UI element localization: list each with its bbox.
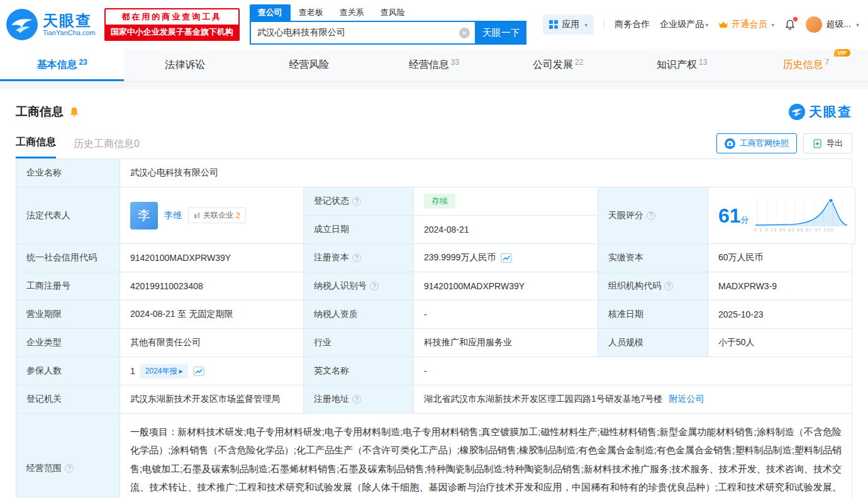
- table-row: 营业期限 2024-08-21 至 无固定期限 纳税人资质 - 核准日期 202…: [16, 301, 852, 329]
- industry-label: 行业: [304, 329, 414, 357]
- chevron-down-icon: ▾: [856, 21, 859, 28]
- sub-tabs-bar: 工商信息 历史工商信息0 工商官网快照 导出: [16, 133, 852, 158]
- subscribe-bell-icon[interactable]: [69, 106, 80, 118]
- org-code-label: 组织机构代码 ?: [598, 272, 708, 301]
- org-code-label-text: 组织机构代码: [608, 280, 661, 292]
- legal-rep-label: 法定代表人: [16, 187, 120, 244]
- tab-legal-lawsuits[interactable]: 法律诉讼: [124, 49, 248, 81]
- help-icon[interactable]: ?: [647, 211, 655, 220]
- paid-capital-label: 实缴资本: [598, 244, 708, 272]
- search-tab-relation[interactable]: 查关系: [331, 4, 372, 21]
- tab-operating-risk[interactable]: 经营风险: [248, 49, 372, 81]
- tab-count: 33: [451, 58, 459, 67]
- paid-capital-value: 60万人民币: [708, 244, 852, 272]
- company-name-value: 武汉心电科技有限公司: [120, 159, 852, 187]
- export-button[interactable]: 导出: [803, 133, 852, 153]
- business-term-label: 营业期限: [16, 301, 120, 329]
- nav-open-vip-label: 开通会员: [732, 19, 767, 30]
- help-icon[interactable]: ?: [370, 282, 379, 290]
- legal-rep-avatar[interactable]: 李: [130, 202, 158, 230]
- taxpayer-id-value: 91420100MADXPRW39Y: [414, 272, 598, 301]
- table-row: 企业名称 武汉心电科技有限公司: [16, 159, 852, 187]
- approval-date-value: 2025-10-23: [708, 301, 852, 329]
- table-row: 企业类型 其他有限责任公司 行业 科技推广和应用服务业 人员规模 小于50人: [16, 329, 852, 357]
- search-input[interactable]: [251, 22, 475, 43]
- nav-enterprise-products[interactable]: 企业级产品 ▾: [660, 19, 708, 30]
- vip-badge: VIP: [834, 49, 851, 57]
- tab-company-development[interactable]: 公司发展 22: [496, 49, 620, 81]
- annual-report-chip[interactable]: 2024年报 ▸: [140, 364, 188, 379]
- tab-label: 知识产权: [657, 58, 697, 72]
- business-info-section: 工商信息 天眼查 工商信息 历史工商信息0: [0, 89, 868, 498]
- related-companies-count: 2: [236, 211, 240, 220]
- promo-line2: 国家中小企业发展子基金旗下机构: [106, 25, 238, 40]
- insured-trend-icon[interactable]: [193, 367, 204, 376]
- staff-size-value: 小于50人: [708, 329, 852, 357]
- reg-address-value: 湖北省武汉市东湖新技术开发区理工园四路1号研发基地7号楼 附近公司: [414, 385, 852, 414]
- user-avatar: [806, 16, 822, 33]
- business-scope-value: 一般项目：新材料技术研发;电子专用材料研发;电子专用材料制造;电子专用材料销售;…: [120, 414, 852, 498]
- legal-rep-name-link[interactable]: 李维: [164, 210, 182, 221]
- score-number: 61: [718, 206, 741, 226]
- nearby-companies-link[interactable]: 附近公司: [669, 394, 704, 405]
- section-title: 工商信息: [16, 104, 64, 120]
- related-companies-icon: [194, 212, 201, 219]
- taxpayer-qual-label: 纳税人资质: [304, 301, 414, 329]
- search-tab-company[interactable]: 查公司: [250, 4, 291, 21]
- nav-cooperation[interactable]: 商务合作: [615, 19, 650, 30]
- english-name-label: 英文名称: [304, 357, 414, 385]
- subtab-history-business-info[interactable]: 历史工商信息0: [74, 138, 140, 158]
- staff-size-label: 人员规模: [598, 329, 708, 357]
- reg-address-label-text: 注册地址: [314, 394, 349, 405]
- search-tabs: 查公司 查老板 查关系 查风险: [250, 4, 526, 21]
- search-button[interactable]: 天眼一下: [476, 21, 526, 45]
- subtab-business-info[interactable]: 工商信息: [16, 136, 56, 158]
- help-icon[interactable]: ?: [352, 197, 361, 206]
- reg-capital-label-text: 注册资本: [314, 252, 349, 263]
- credit-code-value: 91420100MADXPRW39Y: [120, 244, 304, 272]
- tab-operating-info[interactable]: 经营信息 33: [372, 49, 496, 81]
- tab-label: 历史信息: [783, 58, 823, 72]
- score-value: 61 分: [708, 187, 855, 244]
- tab-count: 13: [699, 58, 707, 67]
- related-companies-chip[interactable]: 关联企业 2: [188, 208, 246, 223]
- clear-search-icon[interactable]: ✕: [459, 28, 470, 38]
- tianyancha-logo-icon: [6, 9, 38, 40]
- capital-trend-icon[interactable]: [501, 253, 512, 263]
- company-type-label: 企业类型: [16, 329, 120, 357]
- reg-number-value: 420199110023408: [120, 272, 304, 301]
- reg-address-text: 湖北省武汉市东湖新技术开发区理工园四路1号研发基地7号楼: [424, 394, 663, 405]
- help-icon[interactable]: ?: [664, 282, 673, 290]
- help-icon[interactable]: ?: [65, 464, 74, 473]
- reg-capital-label: 注册资本 ?: [304, 244, 414, 272]
- tab-intellectual-property[interactable]: 知识产权 13: [620, 49, 744, 81]
- approval-date-label: 核准日期: [598, 301, 708, 329]
- search-tab-risk[interactable]: 查风险: [372, 4, 413, 21]
- taxpayer-id-label-text: 纳税人识别号: [314, 280, 367, 292]
- insured-count-value: 1 2024年报 ▸: [120, 357, 304, 385]
- score-axis-labels: 0 1 3 15 50 63 85 87 97 100: [754, 227, 849, 233]
- brand-watermark-label: 天眼查: [809, 103, 852, 121]
- nav-open-vip[interactable]: 开通会员 ▾: [718, 19, 774, 30]
- nav-apps-label: 应用: [562, 19, 579, 30]
- score-unit: 分: [741, 214, 749, 226]
- logo-subtitle: TianYanCha.com: [43, 29, 96, 37]
- user-menu[interactable]: 超级... ▾: [806, 16, 859, 33]
- tab-label: 经营风险: [289, 58, 329, 72]
- logo-title: 天眼查: [43, 12, 96, 30]
- tianyancha-logo[interactable]: 天眼查 TianYanCha.com: [6, 9, 96, 40]
- official-snapshot-button[interactable]: 工商官网快照: [716, 133, 797, 153]
- tianyancha-watermark-icon: [789, 104, 805, 120]
- nav-apps[interactable]: 应用 ▾: [543, 14, 594, 35]
- help-icon[interactable]: ?: [352, 253, 361, 262]
- business-scope-label-text: 经营范围: [26, 463, 62, 474]
- table-row: 统一社会信用代码 91420100MADXPRW39Y 注册资本 ? 239.9…: [16, 244, 852, 272]
- export-label: 导出: [826, 138, 843, 149]
- help-icon[interactable]: ?: [352, 395, 361, 404]
- tab-basic-info[interactable]: 基本信息 23: [0, 49, 124, 81]
- tab-history-info[interactable]: 历史信息 7 VIP: [744, 49, 868, 81]
- search-tab-boss[interactable]: 查老板: [291, 4, 331, 21]
- insured-count-text: 1: [130, 366, 135, 376]
- table-row: 工商注册号 420199110023408 纳税人识别号 ? 91420100M…: [16, 272, 852, 301]
- notifications-button[interactable]: [784, 19, 796, 30]
